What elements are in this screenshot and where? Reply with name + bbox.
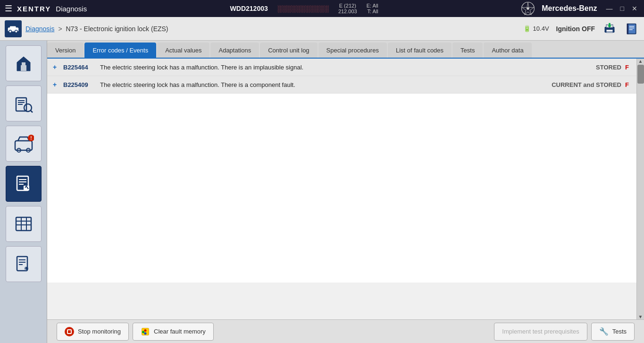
stop-monitoring-button[interactable]: Stop monitoring (57, 323, 129, 341)
svg-point-48 (144, 332, 147, 334)
tab-author-data[interactable]: Author data (484, 43, 531, 58)
maximize-button[interactable]: □ (619, 4, 626, 13)
battery-icon-symbol: 🔋 (523, 25, 531, 32)
battery-status: 🔋 10.4V (523, 25, 549, 32)
menu-icon[interactable]: ☰ (5, 3, 12, 14)
tab-list-of-fault-codes[interactable]: List of fault codes (388, 43, 452, 58)
svg-point-5 (9, 30, 12, 33)
e-code: E (212) 212.003 (338, 3, 357, 14)
minimize-button[interactable]: — (604, 4, 615, 13)
mb-star-icon (521, 2, 535, 15)
ignition-status-label: Ignition OFF (556, 25, 595, 33)
svg-point-24 (24, 104, 32, 111)
tab-adaptations[interactable]: Adaptations (210, 43, 259, 58)
clear-fault-memory-button[interactable]: Clear fault memory (133, 323, 214, 341)
sidebar-item-data-grid[interactable] (6, 206, 42, 242)
fault-list-empty-area (47, 94, 636, 283)
breadcrumb-current-page: N73 - Electronic ignition lock (EZS) (66, 25, 168, 33)
battery-voltage-value: 10.4V (533, 25, 549, 32)
sidebar-item-vehicle-info[interactable]: ! (6, 126, 42, 162)
tab-actual-values[interactable]: Actual values (157, 43, 209, 58)
sidebar: ! (0, 41, 47, 343)
car-nav-icon[interactable] (5, 20, 22, 37)
scroll-up-arrow[interactable]: ▲ (638, 59, 643, 64)
clear-fault-memory-label: Clear fault memory (154, 328, 206, 335)
fault-flag-1: F (625, 64, 631, 71)
implement-test-prerequisites-button[interactable]: Implement test prerequisites (494, 323, 587, 341)
wrench-icon: 🔧 (599, 327, 609, 336)
tab-special-procedures[interactable]: Special procedures (318, 43, 387, 58)
app-subtitle: Diagnosis (56, 5, 87, 13)
et-code: E: All T: All (367, 3, 378, 14)
content-area: Version Error codes / Events Actual valu… (47, 41, 644, 343)
svg-line-25 (31, 111, 33, 112)
svg-rect-36 (16, 217, 31, 231)
sidebar-item-reports[interactable] (6, 166, 42, 202)
nav-bar: Diagnosis > N73 - Electronic ignition lo… (0, 17, 644, 41)
print-button[interactable] (602, 21, 617, 36)
fault-description-2: The electric steering lock has a malfunc… (100, 81, 552, 88)
scroll-down-arrow[interactable]: ▼ (638, 314, 643, 319)
scroll-thumb[interactable] (637, 65, 644, 84)
fault-flag-2: F (625, 81, 631, 88)
svg-rect-10 (605, 31, 615, 32)
fault-code-2: B225409 (63, 81, 96, 88)
svg-rect-4 (10, 26, 16, 29)
stop-icon-inner (67, 329, 72, 334)
svg-point-2 (527, 7, 529, 10)
svg-rect-19 (22, 62, 25, 66)
breadcrumb-diagnosis-link[interactable]: Diagnosis (25, 25, 54, 33)
close-button[interactable]: ✕ (630, 4, 639, 13)
title-bar: ☰ XENTRY Diagnosis WDD212003 ░░░░░░░░░░░… (0, 0, 644, 17)
breadcrumb-separator: > (58, 25, 62, 33)
svg-text:!: ! (30, 136, 32, 141)
fault-row-1[interactable]: + B225464 The electric steering lock has… (47, 59, 636, 76)
tabs-bar: Version Error codes / Events Actual valu… (47, 41, 644, 59)
svg-point-47 (144, 329, 147, 332)
vin-pattern: ░░░░░░░░░░░ (277, 5, 329, 12)
sidebar-item-home[interactable] (6, 45, 42, 81)
svg-rect-14 (627, 23, 629, 34)
tab-error-codes[interactable]: Error codes / Events (84, 43, 156, 58)
svg-rect-9 (606, 29, 613, 32)
svg-point-6 (15, 30, 18, 33)
tests-label: Tests (612, 328, 627, 335)
tab-version[interactable]: Version (47, 43, 84, 58)
stop-monitoring-label: Stop monitoring (78, 328, 121, 335)
tests-button[interactable]: 🔧 Tests (591, 323, 635, 341)
svg-rect-13 (628, 24, 636, 33)
svg-point-49 (142, 331, 144, 333)
vin-number: WDD212003 (230, 5, 268, 12)
fault-list: + B225464 The electric steering lock has… (47, 59, 636, 319)
stop-icon (65, 327, 74, 336)
clear-fault-icon (141, 327, 150, 336)
fault-status-1: STORED (596, 64, 621, 71)
fault-expand-2[interactable]: + (53, 81, 59, 88)
fault-description-1: The electric steering lock has a malfunc… (100, 64, 596, 71)
tab-control-unit-log[interactable]: Control unit log (260, 43, 317, 58)
fault-expand-1[interactable]: + (53, 63, 59, 71)
app-logo: XENTRY (17, 5, 51, 13)
tab-tests[interactable]: Tests (452, 43, 483, 58)
fault-row-2[interactable]: + B225409 The electric steering lock has… (47, 76, 636, 94)
bottom-toolbar: Stop monitoring Clear fault memory (47, 319, 644, 343)
scrollbar[interactable]: ▲ ▼ (636, 59, 644, 319)
help-book-button[interactable] (624, 21, 639, 36)
breadcrumb: Diagnosis > N73 - Electronic ignition lo… (25, 25, 168, 33)
sidebar-item-diagnostics[interactable] (6, 86, 42, 121)
sidebar-item-settings[interactable] (6, 246, 42, 282)
fault-code-1: B225464 (63, 64, 96, 71)
fault-status-2: CURRENT and STORED (552, 81, 621, 88)
implement-test-prerequisites-label: Implement test prerequisites (502, 328, 579, 335)
mb-brand-label: Mercedes-Benz (542, 4, 597, 13)
